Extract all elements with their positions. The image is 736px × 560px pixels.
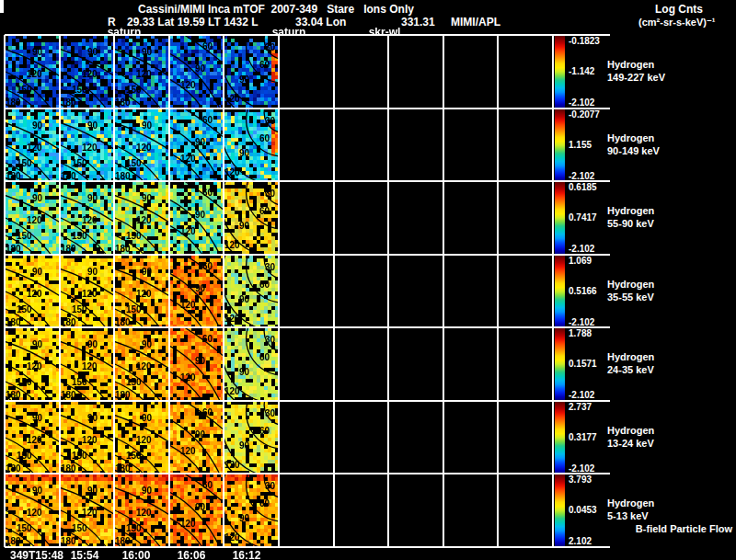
ephemeris-field-3: 331.31 [401,16,435,29]
contour-label: 120 [224,314,240,324]
band-range-r6: 13-24 keV [607,438,654,449]
band-species-r6: Hydrogen [607,425,654,436]
contour-label: 150 [72,377,87,387]
contour-label: 180 [61,244,76,254]
band-species-r5: Hydrogen [607,351,654,362]
band-species-r1: Hydrogen [607,59,654,70]
colorbar-title: Log Cnts [655,3,703,16]
mimi-spectrogram-display: Cassini/MIMI Inca mTOF 2007-349 Stare Io… [0,0,736,560]
contour-overlay-r1c2: 90120150180 [60,35,115,109]
contour-line [178,327,224,359]
contour-label: 120 [27,508,42,518]
cb-min-label-r7: 2.102 [569,536,592,546]
contour-label: 150 [126,304,142,314]
contour-label: 120 [224,532,240,543]
cb-min-label-r3: -2.102 [569,244,594,254]
contour-overlay-r5c1: 90120150180 [5,327,60,401]
contour-overlay-r2c1: 90120150180 [5,109,60,182]
grid-row-line [5,400,610,402]
contour-label: 60 [259,280,270,290]
cb-mid-label-r2: 1.155 [569,140,592,150]
colorbar-r6 [555,401,565,474]
contour-label: 90 [195,63,206,74]
contour-label: 90 [142,339,153,349]
contour-label: 120 [27,289,42,299]
contour-label: 60 [202,188,213,198]
cb-max-label-r6: 2.737 [569,402,592,412]
contour-label: 90 [195,356,206,366]
contour-overlay-r5c4: 6090120 [169,327,224,401]
band-species-r7: Hydrogen [607,497,654,509]
contour-overlay-r5c3: 90120150180 [114,327,169,401]
contour-line [178,401,224,432]
contour-label: 60 [259,352,270,362]
contour-overlay-r2c3: 90120150180 [114,109,169,182]
cb-min-label-r5: -2.102 [569,390,594,400]
contour-overlay-r5c5: 306090120 [224,327,279,401]
contour-label: 120 [82,361,98,371]
contour-label: 120 [82,435,98,445]
contour-label: 60 [202,480,213,490]
band-species-r2: Hydrogen [607,132,654,143]
contour-label: 90 [239,221,250,231]
annotation-skr-wl: skr-wl [369,26,401,39]
contour-label: 120 [27,435,42,445]
band-range-r5: 24-35 keV [607,364,654,375]
contour-overlay-r7c2: 90120150180 [60,474,115,547]
contour-label: 120 [224,240,240,250]
contour-label: 120 [224,167,240,177]
time-tick-label-2: 16:00 [122,549,151,560]
contour-label: 120 [180,519,196,529]
contour-overlay-r1c4: 6090120 [169,35,224,109]
grid-col-line [113,35,115,547]
cb-max-label-r1: -0.1823 [569,36,600,46]
contour-overlay-r2c2: 90120150180 [60,109,115,182]
contour-label: 150 [72,523,87,533]
band-species-r3: Hydrogen [607,205,654,216]
band-range-r2: 90-149 keV [607,145,660,156]
contour-label: 180 [61,97,76,108]
grid-row-line [5,326,610,328]
contour-label: 150 [17,85,32,95]
contour-label: 120 [27,143,42,153]
contour-label: 90 [142,267,153,277]
contour-label: 90 [87,413,98,423]
contour-overlay-r5c2: 90120150180 [60,327,115,401]
grid-row-line [5,108,610,109]
contour-label: 120 [136,215,152,225]
contour-label: 90 [142,413,153,423]
contour-label: 120 [136,289,152,299]
contour-label: 120 [180,154,196,164]
contour-label: 60 [202,41,213,51]
contour-label: 180 [61,536,76,546]
contour-overlay-r7c3: 90120150180 [114,474,169,547]
grid-row-line [5,34,610,36]
page-title: Cassini/MIMI Inca mTOF 2007-349 Stare Io… [138,3,414,16]
colorbar-r4 [555,255,565,328]
contour-label: 120 [136,508,152,518]
time-tick-label-1: 15:54 [71,549,99,560]
contour-label: 90 [195,429,206,440]
contour-label: 150 [126,85,142,95]
contour-label: 60 [202,115,213,125]
contour-label: 150 [126,523,142,533]
cb-mid-label-r3: 0.7417 [569,212,597,223]
contour-label: 90 [239,367,250,377]
contour-label: 90 [87,486,98,496]
contour-label: 120 [136,69,152,79]
contour-overlay-r3c5: 306090120 [224,181,279,255]
colorbar-r2 [555,109,565,182]
contour-overlay-r4c5: 306090120 [224,255,279,328]
contour-overlay-r6c1: 90120150180 [5,401,60,474]
contour-label: 90 [142,47,153,57]
time-tick-label-0: 349T15:48 [10,549,63,560]
contour-label: 150 [126,377,142,387]
contour-label: 180 [115,244,131,254]
contour-label: 120 [27,215,42,225]
contour-overlay-r3c2: 90120150180 [60,181,115,255]
ephemeris-field-4: MIMI/APL [451,16,500,29]
grid-col-line [4,35,6,547]
contour-label: 150 [72,231,87,241]
contour-label: 120 [224,94,240,104]
grid-col-line [387,35,389,547]
